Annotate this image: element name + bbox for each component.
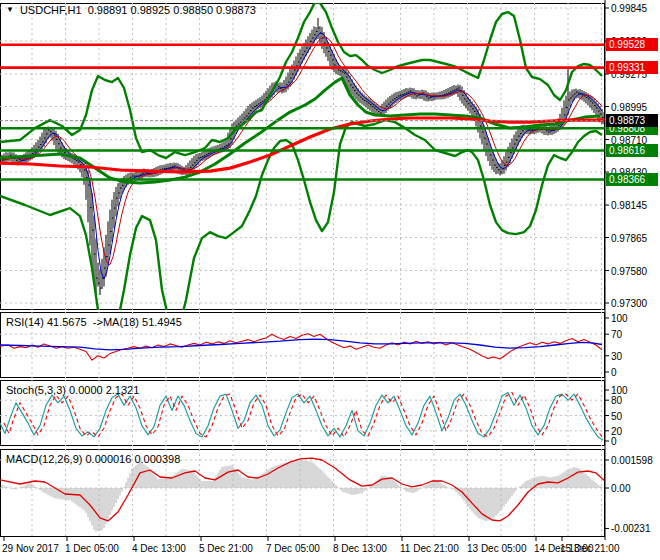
trading-chart-window[interactable]: ▼ USDCHF,H1 0.98891 0.98925 0.98850 0.98… xyxy=(0,0,660,560)
macd-tick-label: -0.00231 xyxy=(611,523,650,534)
price-badge-current: 0.98873 xyxy=(606,114,658,127)
macd-indicator-label: MACD(12,26,9) 0.000016 0.000398 xyxy=(6,453,180,465)
rsi-tick-label: 70 xyxy=(611,329,622,340)
price-badge-resistance: 0.99528 xyxy=(606,38,658,51)
time-axis-label: 29 Nov 2017 xyxy=(2,543,59,554)
stoch-tick-label: 0 xyxy=(611,436,617,447)
macd-tick-label: 0.001598 xyxy=(611,455,653,466)
rsi-tick-label: 100 xyxy=(611,313,628,324)
price-badge-support: 0.98616 xyxy=(606,144,658,157)
price-tick-label: 0.97580 xyxy=(611,266,647,277)
time-axis-label: 15 Dec 21:00 xyxy=(560,543,620,554)
price-tick-label: 0.99845 xyxy=(611,3,647,14)
price-tick-label: 0.98995 xyxy=(611,102,647,113)
time-axis-label: 4 Dec 13:00 xyxy=(132,543,186,554)
time-axis-label: 11 Dec 21:00 xyxy=(400,543,459,554)
time-axis-label: 5 Dec 21:00 xyxy=(199,543,253,554)
rsi-indicator-label: RSI(14) 41.5675 ->MA(18) 51.4945 xyxy=(6,316,182,328)
stoch-tick-label: 80 xyxy=(611,395,622,406)
stoch-tick-label: 50 xyxy=(611,411,622,422)
rsi-tick-label: 0 xyxy=(611,367,617,378)
price-badge-support: 0.98366 xyxy=(606,173,658,186)
rsi-tick-label: 30 xyxy=(611,351,622,362)
price-badge-resistance: 0.99331 xyxy=(606,61,658,74)
symbol-timeframe: USDCHF,H1 xyxy=(20,4,82,16)
time-axis-label: 8 Dec 13:00 xyxy=(333,543,387,554)
chart-title: ▼ USDCHF,H1 0.98891 0.98925 0.98850 0.98… xyxy=(6,4,256,16)
chart-plot-area[interactable] xyxy=(0,0,660,560)
stoch-indicator-label: Stoch(5,3,3) 0.0000 2.1321 xyxy=(6,384,139,396)
price-tick-label: 0.98145 xyxy=(611,200,647,211)
price-tick-label: 0.97865 xyxy=(611,233,647,244)
symbol-dropdown-icon[interactable]: ▼ xyxy=(6,5,14,15)
ohlc-values: 0.98891 0.98925 0.98850 0.98873 xyxy=(88,4,256,16)
time-axis-label: 1 Dec 05:00 xyxy=(65,543,119,554)
macd-tick-label: 0.00 xyxy=(611,483,630,494)
price-tick-label: 0.97300 xyxy=(611,298,647,309)
time-axis-label: 13 Dec 05:00 xyxy=(467,543,527,554)
time-axis-label: 7 Dec 05:00 xyxy=(266,543,320,554)
